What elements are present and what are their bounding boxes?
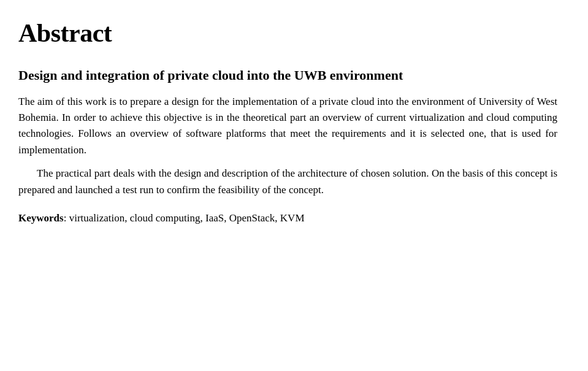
- keywords-label: Keywords: [18, 212, 64, 224]
- abstract-paragraph-1: The aim of this work is to prepare a des…: [18, 94, 557, 158]
- abstract-heading: Abstract: [18, 18, 557, 48]
- thesis-title: Design and integration of private cloud …: [18, 66, 557, 85]
- keywords-values: virtualization, cloud computing, IaaS, O…: [66, 212, 304, 224]
- abstract-paragraph-2: The practical part deals with the design…: [18, 166, 557, 198]
- keywords-section: Keywords: virtualization, cloud computin…: [18, 210, 557, 226]
- abstract-body: The aim of this work is to prepare a des…: [18, 94, 557, 198]
